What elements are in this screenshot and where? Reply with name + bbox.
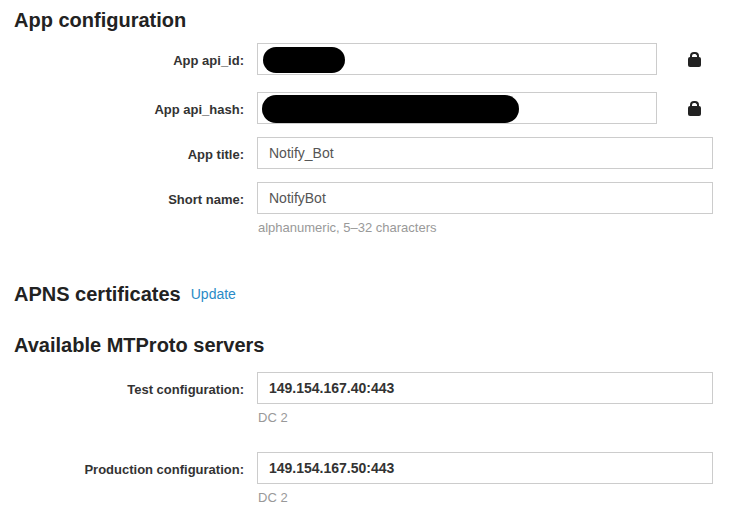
api-hash-row: App api_hash: — [0, 92, 752, 124]
api-hash-lock-wrap — [688, 92, 701, 120]
lock-icon — [688, 57, 701, 67]
short-name-label: Short name: — [0, 182, 244, 207]
app-title-row: App title: — [0, 137, 752, 169]
mtproto-title: Available MTProto servers — [14, 333, 264, 357]
production-configuration-label: Production configuration: — [0, 452, 244, 477]
api-hash-redaction-overlay — [262, 95, 519, 123]
production-configuration-row: Production configuration: DC 2 — [0, 452, 752, 506]
production-configuration-dc-text: DC 2 — [258, 490, 713, 506]
short-name-helper-text: alphanumeric, 5–32 characters — [258, 220, 713, 236]
production-configuration-input[interactable] — [257, 452, 713, 484]
mtproto-section-header: Available MTProto servers — [0, 333, 752, 357]
app-configuration-page: App configuration App api_id: App api_ha… — [0, 0, 752, 506]
apns-title: APNS certificates — [14, 282, 181, 306]
test-configuration-row: Test configuration: DC 2 — [0, 372, 752, 426]
apns-update-link[interactable]: Update — [191, 286, 236, 302]
api-hash-input[interactable] — [257, 92, 657, 124]
api-id-input[interactable] — [257, 43, 657, 75]
api-hash-label: App api_hash: — [0, 92, 244, 117]
lock-icon — [688, 106, 701, 116]
app-config-title: App configuration — [14, 8, 186, 32]
apns-section-header: APNS certificatesUpdate — [0, 282, 752, 306]
app-config-section-header: App configuration — [0, 8, 752, 32]
test-configuration-dc-text: DC 2 — [258, 410, 713, 426]
short-name-row: Short name: alphanumeric, 5–32 character… — [0, 182, 752, 236]
app-title-input[interactable] — [257, 137, 713, 169]
api-id-redaction-overlay — [263, 47, 345, 73]
api-id-lock-wrap — [688, 43, 701, 71]
api-id-row: App api_id: — [0, 43, 752, 75]
test-configuration-label: Test configuration: — [0, 372, 244, 397]
short-name-input[interactable] — [257, 182, 713, 214]
test-configuration-input[interactable] — [257, 372, 713, 404]
app-title-label: App title: — [0, 137, 244, 162]
api-id-label: App api_id: — [0, 43, 244, 68]
